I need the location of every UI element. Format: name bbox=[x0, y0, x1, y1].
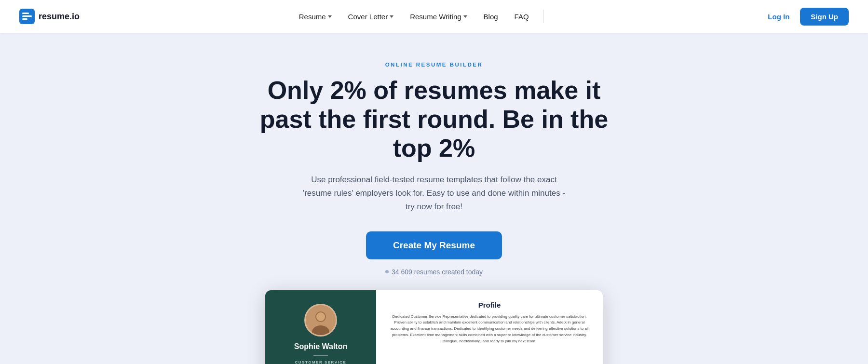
resume-right-panel: Profile Dedicated Customer Service Repre… bbox=[376, 290, 603, 364]
nav-resume[interactable]: Resume bbox=[292, 9, 339, 25]
logo-icon bbox=[19, 9, 35, 24]
nav-actions: Log In Sign Up bbox=[761, 8, 849, 26]
chevron-down-icon bbox=[463, 15, 467, 18]
avatar-image bbox=[306, 305, 336, 335]
chevron-down-icon bbox=[328, 15, 332, 18]
name-divider bbox=[313, 355, 328, 356]
person-name: Sophie Walton bbox=[294, 342, 348, 351]
resume-card: Sophie Walton CUSTOMER SERVICEREPRESENTA… bbox=[265, 290, 603, 364]
login-button[interactable]: Log In bbox=[761, 9, 796, 25]
nav-cover-letter[interactable]: Cover Letter bbox=[341, 9, 401, 25]
svg-rect-3 bbox=[22, 18, 27, 20]
nav-divider bbox=[543, 10, 544, 23]
avatar bbox=[304, 304, 337, 337]
profile-body-text: Dedicated Customer Service Representativ… bbox=[388, 314, 591, 345]
navbar: resume.io Resume Cover Letter Resume Wri… bbox=[0, 0, 868, 33]
hero-label: Online Resume Builder bbox=[10, 62, 858, 67]
profile-section-title: Profile bbox=[388, 301, 591, 309]
svg-rect-2 bbox=[22, 15, 32, 17]
svg-point-7 bbox=[316, 312, 325, 321]
chevron-down-icon bbox=[390, 15, 393, 18]
logo-text: resume.io bbox=[39, 12, 80, 22]
nav-blog[interactable]: Blog bbox=[477, 9, 505, 25]
create-resume-button[interactable]: Create My Resume bbox=[366, 231, 502, 259]
resume-left-panel: Sophie Walton CUSTOMER SERVICEREPRESENTA… bbox=[265, 290, 376, 364]
count-dot bbox=[385, 270, 389, 273]
hero-subtitle: Use professional field-tested resume tem… bbox=[299, 173, 569, 214]
logo[interactable]: resume.io bbox=[19, 9, 80, 24]
nav-resume-writing[interactable]: Resume Writing bbox=[403, 9, 474, 25]
nav-faq[interactable]: FAQ bbox=[508, 9, 536, 25]
svg-rect-1 bbox=[22, 13, 29, 14]
hero-title: Only 2% of resumes make it past the firs… bbox=[251, 76, 617, 162]
person-title: CUSTOMER SERVICEREPRESENTATIVE bbox=[295, 360, 347, 364]
resume-preview: Sophie Walton CUSTOMER SERVICEREPRESENTA… bbox=[10, 290, 858, 364]
resume-count: 34,609 resumes created today bbox=[10, 268, 858, 276]
signup-button[interactable]: Sign Up bbox=[800, 8, 849, 26]
nav-links: Resume Cover Letter Resume Writing Blog … bbox=[292, 9, 549, 25]
hero-section: Online Resume Builder Only 2% of resumes… bbox=[0, 33, 868, 364]
